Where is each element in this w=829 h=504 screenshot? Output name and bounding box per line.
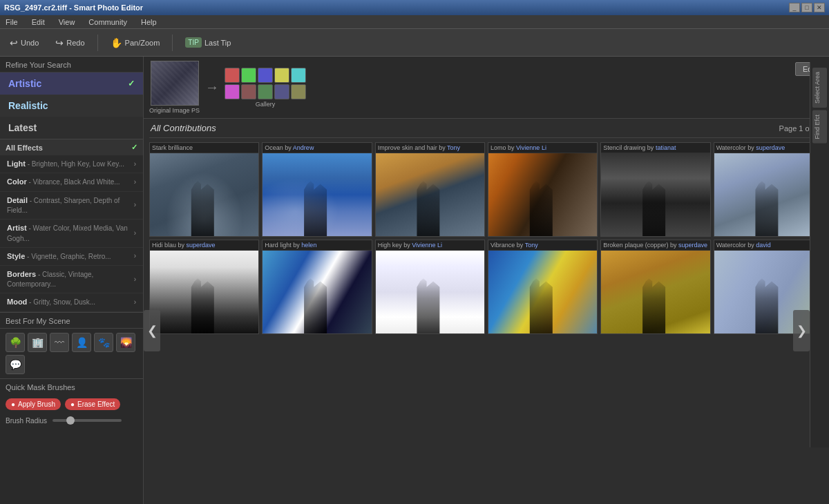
scene-icon-building[interactable]: 🏢 (28, 333, 47, 352)
photo-title-vibrance: Vibrance by Tony (488, 240, 597, 251)
latest-label: Latest (8, 122, 37, 133)
scene-section-header: Best For My Scene (0, 312, 143, 329)
artistic-check: ✓ (128, 79, 135, 88)
erase-effect-button[interactable]: ● Erase Effect (65, 398, 120, 410)
last-tip-button[interactable]: TIP Last Tip (181, 35, 235, 50)
photo-title-highkey: High key by Vivienne Li (376, 240, 484, 251)
toolbar: ↩ Undo ↪ Redo ✋ Pan/Zoom TIP Last Tip (0, 29, 829, 57)
erase-effect-label: Erase Effect (77, 400, 115, 408)
effect-color[interactable]: Color - Vibrance, Black And White... › (0, 173, 143, 191)
effect-light[interactable]: Light - Brighten, High Key, Low Key... › (0, 155, 143, 173)
side-pill-find[interactable]: Find Efct (812, 110, 827, 144)
author-stencil[interactable]: tatianat (656, 144, 676, 151)
preview-arrow: → (205, 79, 219, 95)
menu-edit[interactable]: Edit (29, 17, 48, 28)
photo-title-improve: Improve skin and hair by Tony (376, 143, 484, 153)
window-title: RSG_2497.cr2.tiff - Smart Photo Editor (4, 3, 143, 12)
brush-radius-thumb[interactable] (66, 416, 75, 425)
photo-title-ocean: Ocean by Andrew (263, 143, 371, 153)
pan-zoom-button[interactable]: ✋ Pan/Zoom (106, 35, 164, 50)
gallery-cell-1[interactable] (225, 68, 240, 83)
effect-detail-name: Detail (7, 196, 28, 204)
photo-img-hardlight (263, 251, 371, 333)
all-effects-label: All Effects (6, 144, 43, 152)
photo-card-improve[interactable]: Improve skin and hair by Tony (375, 142, 485, 237)
gallery-cell-3[interactable] (258, 68, 273, 83)
author-hidi[interactable]: superdave (187, 242, 216, 249)
photo-card-highkey[interactable]: High key by Vivienne Li (375, 240, 485, 334)
photo-card-broken[interactable]: Broken plaque (copper) by superdave (600, 240, 710, 334)
menu-community[interactable]: Community (86, 17, 130, 28)
author-broken[interactable]: superdave (678, 242, 707, 249)
effect-mood[interactable]: Mood - Gritty, Snow, Dusk... › (0, 293, 143, 311)
brush-radius-label: Brush Radius (6, 417, 47, 425)
top-bar: Original Image PS → Gallery Edi (144, 57, 829, 119)
gallery-color-grid (225, 68, 306, 99)
gallery-cell-2[interactable] (241, 68, 256, 83)
menu-view[interactable]: View (56, 17, 78, 28)
redo-button[interactable]: ↪ Redo (51, 35, 88, 50)
gallery-cell-7[interactable] (241, 84, 256, 99)
apply-brush-button[interactable]: ● Apply Brush (6, 398, 61, 410)
undo-label: Undo (21, 39, 39, 47)
redo-icon: ↪ (55, 37, 64, 48)
photo-card-hardlight[interactable]: Hard light by helen (262, 240, 372, 334)
brush-radius-slider[interactable] (53, 419, 122, 422)
nav-prev-button[interactable]: ❮ (144, 310, 160, 351)
photo-card-vibrance[interactable]: Vibrance by Tony (488, 240, 598, 334)
original-label: Original Image PS (149, 107, 200, 114)
photo-card-watercolor1[interactable]: Watercolor by superdave (714, 142, 823, 237)
photo-card-hidi[interactable]: Hidi blau by superdave (149, 240, 259, 334)
menu-help[interactable]: Help (138, 17, 160, 28)
photo-card-stencil[interactable]: Stencil drawing by tatianat (600, 142, 710, 237)
last-tip-label: Last Tip (204, 39, 231, 47)
author-highkey[interactable]: Vivienne Li (412, 242, 442, 249)
gallery-cell-9[interactable] (274, 84, 289, 99)
author-lomo[interactable]: Vivienne Li (516, 144, 546, 151)
gallery-content: All Contributions Page 1 of 86 ❮ ❯ Stark… (144, 119, 829, 504)
effect-detail[interactable]: Detail - Contrast, Sharpen, Depth of Fie… (0, 192, 143, 220)
all-effects-header[interactable]: All Effects ✓ (0, 139, 143, 155)
menu-file[interactable]: File (3, 17, 21, 28)
scene-icon-landscape[interactable]: 🌳 (6, 333, 25, 352)
author-ocean[interactable]: Andrew (293, 144, 314, 151)
maximize-button[interactable]: □ (801, 3, 812, 12)
window-controls[interactable]: _ □ ✕ (789, 3, 825, 12)
author-watercolor2[interactable]: david (756, 242, 771, 249)
mask-buttons: ● Apply Brush ● Erase Effect (0, 394, 143, 414)
author-watercolor1[interactable]: superdave (756, 144, 785, 151)
effect-borders[interactable]: Borders - Classic, Vintage, Contemporary… (0, 266, 143, 293)
scene-icon-person[interactable]: 👤 (72, 333, 91, 352)
effect-style[interactable]: Style - Vignette, Graphic, Retro... › (0, 248, 143, 266)
scene-icon-animal[interactable]: 🐾 (94, 333, 113, 352)
gallery-cell-10[interactable] (291, 84, 306, 99)
author-hardlight[interactable]: helen (301, 242, 316, 249)
undo-button[interactable]: ↩ Undo (6, 35, 43, 50)
original-preview: Original Image PS (149, 61, 200, 114)
photo-title-stencil: Stencil drawing by tatianat (601, 143, 709, 153)
nav-next-button[interactable]: ❯ (793, 310, 810, 351)
scene-icon-water[interactable]: 〰 (50, 333, 69, 352)
gallery-cell-6[interactable] (225, 84, 240, 99)
photo-card-ocean[interactable]: Ocean by Andrew (262, 142, 372, 237)
photo-card-lomo[interactable]: Lomo by Vivienne Li (488, 142, 598, 237)
category-realistic[interactable]: Realistic (0, 95, 143, 117)
scene-icon-text[interactable]: 💬 (6, 355, 25, 374)
effect-light-sub: - Brighten, High Key, Low Key... (28, 160, 124, 168)
erase-effect-dot: ● (70, 400, 75, 408)
author-improve[interactable]: Tony (447, 144, 460, 151)
category-artistic[interactable]: Artistic ✓ (0, 72, 143, 95)
side-pill-select[interactable]: Select Area (812, 68, 827, 108)
effect-artist[interactable]: Artist - Water Color, Mixed Media, Van G… (0, 220, 143, 247)
photo-img-hidi (150, 251, 258, 333)
category-latest[interactable]: Latest (0, 117, 143, 139)
close-button[interactable]: ✕ (814, 3, 825, 12)
minimize-button[interactable]: _ (789, 3, 800, 12)
gallery-cell-8[interactable] (258, 84, 273, 99)
right-area: Original Image PS → Gallery Edi (144, 57, 829, 504)
scene-icon-sunset[interactable]: 🌄 (116, 333, 135, 352)
author-vibrance[interactable]: Tony (525, 242, 538, 249)
photo-card-stark[interactable]: Stark brilliance (149, 142, 259, 237)
gallery-cell-5[interactable] (291, 68, 306, 83)
gallery-cell-4[interactable] (274, 68, 289, 83)
